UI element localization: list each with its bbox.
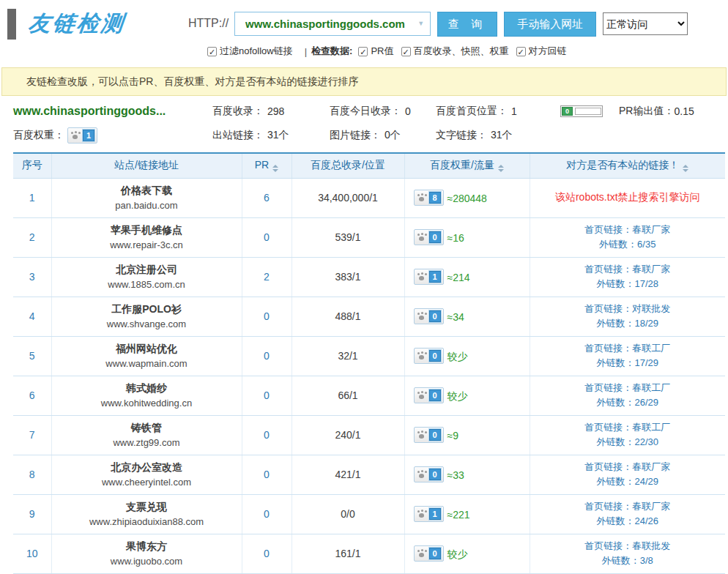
paw-icon [417,430,427,439]
included-position: 34,400,000/1 [291,178,404,217]
nofollow-checkbox[interactable]: ✓ [207,47,217,56]
backlink-info[interactable]: 首页链接：春联工厂外链数：17/29 [531,341,725,370]
access-mode-select[interactable]: 正常访问 [603,12,688,35]
backlink-info[interactable]: 首页链接：春联工厂外链数：22/30 [531,420,725,450]
site-name-link[interactable]: 北京注册公司 [53,264,241,277]
sort-icon [498,165,504,172]
backlink-checkbox[interactable]: ✓ [516,47,526,56]
url-combobox: ▼ [234,12,431,36]
header-weight-sortable[interactable]: 百度权重/流量 [404,153,530,178]
filter-separator: | [305,46,307,57]
pr-value: 0 [242,534,291,573]
site-name-link[interactable]: 价格表下载 [53,184,241,198]
table-row: 1 价格表下载pan.baidu.com 6 34,400,000/1 8≈28… [13,178,725,217]
row-seq: 7 [13,415,51,455]
traffic-estimate: ≈280448 [447,193,487,204]
site-url: www.repair-3c.cn [53,239,241,250]
row-seq: 10 [13,534,51,573]
row-seq: 3 [13,257,51,297]
traffic-estimate: ≈34 [447,311,464,323]
checked-site-link[interactable]: www.chinasportinggoods... [13,105,166,118]
traffic-estimate: ≈214 [447,272,470,283]
pr-value: 0 [242,494,291,534]
paw-icon [417,391,427,400]
backlink-info[interactable]: 首页链接：春联厂家外链数：6/35 [531,223,725,252]
row-seq: 2 [13,217,51,257]
site-name-link[interactable]: 铸铁管 [53,422,241,435]
baidu-weight-badge: 0 [414,466,444,482]
backlink-info[interactable]: 首页链接：春联厂家外链数：17/28 [531,262,725,291]
site-url: www.wapmain.com [53,358,241,369]
weight-number: 0 [429,231,441,243]
site-name-link[interactable]: 支票兑现 [53,501,241,514]
baidu-weight-badge: 0 [414,348,444,364]
stat-value: 31个 [267,129,289,142]
baidu-checkbox[interactable]: ✓ [401,47,411,56]
header-seq: 序号 [13,153,51,178]
backlink-info[interactable]: 首页链接：春联厂家外链数：24/26 [531,499,725,529]
pr-checkbox[interactable]: ✓ [358,47,368,56]
included-position: 539/1 [291,217,404,257]
table-row: 10 果博东方www.iguobo.com 0 161/1 0较少 首页链接：春… [13,534,725,573]
paw-icon [417,510,427,518]
table-row: 7 铸铁管www.ztg99.com 0 240/1 0≈9 首页链接：春联工厂… [13,415,725,455]
table-row: 8 北京办公室改造www.cheeryintel.com 0 421/1 0≈3… [13,455,725,494]
baidu-option-label: 百度收录、快照、权重 [414,45,509,58]
traffic-estimate: ≈9 [447,430,458,441]
site-name-link[interactable]: 苹果手机维修点 [53,224,241,237]
site-url: pan.baidu.com [53,200,241,211]
included-position: 240/1 [291,415,404,455]
pr-value: 0 [242,336,291,376]
top-bar: 友链检测 HTTP:// ▼ 查 询 手动输入网址 正常访问 [0,0,728,40]
pr-value: 2 [242,257,291,297]
included-position: 0/0 [291,494,404,534]
url-input[interactable] [234,12,431,36]
pr-output-bar-icon: 0 [560,105,603,117]
backlink-info[interactable]: 首页链接：对联批发外链数：18/29 [531,302,725,331]
included-position: 421/1 [291,455,404,494]
site-url: www.iguobo.com [53,556,241,567]
header-pr-sortable[interactable]: PR [242,153,291,178]
header-included: 百度总收录/位置 [291,153,404,178]
paw-icon [417,470,427,479]
table-row: 3 北京注册公司www.1885.com.cn 2 383/1 1≈214 首页… [13,257,725,297]
logo-bar-icon [7,9,16,40]
site-url: www.cheeryintel.com [53,477,241,488]
query-button[interactable]: 查 询 [437,12,497,37]
backlink-info[interactable]: 首页链接：春联工厂外链数：26/29 [531,381,725,410]
backlink-info[interactable]: 首页链接：春联厂家外链数：24/29 [531,460,725,489]
site-name-link[interactable]: 果博东方 [53,540,241,554]
site-url: www.kohitwedding.cn [53,398,241,409]
table-row: 2 苹果手机维修点www.repair-3c.cn 0 539/1 0≈16 首… [13,217,725,257]
pr-option-label: PR值 [371,45,393,58]
table-row: 5 福州网站优化www.wapmain.com 0 32/1 0较少 首页链接：… [13,336,725,376]
row-seq: 5 [13,336,51,376]
header-backlink-sortable[interactable]: 对方是否有本站的链接！ [530,153,725,178]
stat-value: 1 [511,105,517,117]
pr-output-value: 0.15 [674,105,694,117]
traffic-estimate: ≈33 [447,469,464,481]
http-prefix-label: HTTP:// [188,17,229,30]
row-seq: 4 [13,297,51,336]
weight-number: 1 [429,271,441,283]
manual-input-button[interactable]: 手动输入网址 [504,12,596,37]
site-name-link[interactable]: 工作服POLO衫 [53,303,241,316]
pr-bar-empty [575,108,601,115]
site-name-link[interactable]: 韩式婚纱 [53,382,241,395]
site-name-link[interactable]: 福州网站优化 [53,343,241,356]
table-header-row: 序号 站点/链接地址 PR 百度总收录/位置 百度权重/流量 对方是否有本站的链… [13,153,725,178]
included-position: 488/1 [291,297,404,336]
app-logo[interactable]: 友链检测 [7,7,125,40]
backlink-info[interactable]: 首页链接：春联批发外链数：3/8 [531,539,725,568]
site-name-link[interactable]: 北京办公室改造 [53,461,241,474]
weight-number: 0 [429,390,441,401]
baidu-weight-badge: 1 [414,506,444,522]
stat-value: 0 [405,105,411,117]
traffic-estimate: 较少 [447,548,468,560]
table-row: 6 韩式婚纱www.kohitwedding.cn 0 66/1 0较少 首页链… [13,376,725,415]
stat-label: 图片链接： [330,129,381,142]
header-site: 站点/链接地址 [51,153,242,178]
filter-options-row: ✓ 过滤nofollow链接 | 检查数据: ✓ PR值 ✓ 百度收录、快照、权… [207,45,728,58]
site-url: www.ztg99.com [53,437,241,448]
paw-icon [70,131,81,140]
